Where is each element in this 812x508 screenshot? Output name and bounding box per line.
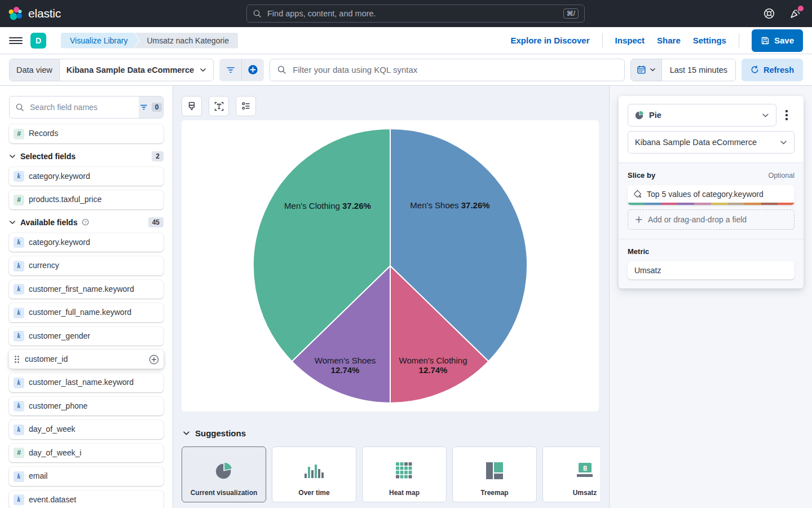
field-search-input[interactable] [29,102,133,112]
pie-slice-label: Women's Clothing [399,356,467,365]
search-icon [277,65,286,75]
pie-slice-label: Men's Shoes 37.26% [410,200,489,210]
keyword-field-icon: k [14,494,24,505]
field-records[interactable]: # Records [9,124,164,143]
space-avatar[interactable]: D [30,33,46,49]
question-icon: ? [82,218,89,226]
heatmap-icon [396,453,413,489]
field-filter-button[interactable]: 0 [139,97,163,118]
data-view-picker[interactable]: Data view Kibana Sample Data eCommerce [9,59,214,81]
field-count-badge: 2 [152,151,164,161]
filter-icon[interactable] [219,59,241,81]
filter-controls [219,59,264,81]
legend-icon[interactable] [236,96,256,116]
fields-sidebar: 0 # Records Selected fields2kcategory.ke… [0,86,173,508]
kql-query-input[interactable] [292,64,617,75]
visualization-panel: Men's Shoes 37.26%Women's Clothing12.74%… [182,120,599,411]
chevron-down-icon [183,430,190,437]
field-event.dataset[interactable]: kevent.dataset [9,491,164,508]
keyword-field-icon: k [14,471,24,482]
suggestion-over-time[interactable]: Over time [272,446,356,502]
save-button[interactable]: Save [752,29,803,52]
treemap-icon [486,453,503,489]
menu-icon[interactable] [9,34,23,47]
field-currency[interactable]: kcurrency [9,256,164,275]
news-icon[interactable] [787,6,803,21]
time-range-value[interactable]: Last 15 minutes [662,59,735,81]
refresh-button[interactable]: Refresh [742,59,803,81]
explore-in-discover-link[interactable]: Explore in Discover [510,36,589,45]
notification-badge [798,6,804,11]
drag-handle-icon[interactable] [15,356,19,363]
metric-dimension[interactable]: Umsatz [628,261,795,279]
global-search[interactable]: ⌘/ [246,5,585,23]
visual-options-icon[interactable] [182,96,202,116]
global-header: elastic ⌘/ [0,0,812,27]
breadcrumb-visualize-library[interactable]: Visualize Library [61,33,139,49]
pie-slice-label: Women's Shoes [315,356,376,365]
section-header-available-fields[interactable]: Available fields?45 [9,217,164,227]
suggestion-treemap[interactable]: Treemap [452,446,537,502]
field-customer_last_name.keyword[interactable]: kcustomer_last_name.keyword [9,373,164,392]
layer-config-panel: Pie Kibana Sample Data eCommerce [619,96,804,288]
suggestion-heat-map[interactable]: Heat map [362,446,447,502]
elastic-brand[interactable]: elastic [8,6,61,21]
calendar-icon[interactable] [631,59,662,81]
search-shortcut-badge: ⌘/ [563,8,579,19]
suggestion-umsatz[interactable]: 8Umsatz [542,446,600,502]
slice-by-dimension[interactable]: Top 5 values of category.keyword [628,185,795,205]
elastic-logo-icon [8,6,23,21]
pie-chart[interactable]: Men's Shoes 37.26%Women's Clothing12.74%… [182,120,599,411]
pie-slice-percent: 12.74% [331,365,360,375]
bars-icon [304,453,324,489]
metric-icon: 8 [576,453,594,489]
svg-text:8: 8 [583,464,587,472]
keyword-field-icon: k [14,171,24,182]
pie-chart-icon [635,111,644,120]
divider [602,33,603,48]
chevron-down-icon [762,112,769,119]
field-search: 0 [9,96,164,119]
field-category.keyword[interactable]: kcategory.keyword [9,167,164,186]
panel-data-view-select[interactable]: Kibana Sample Data eCommerce [628,131,795,154]
field-customer_id[interactable]: customer_id [9,350,164,369]
text-options-icon[interactable] [209,96,229,116]
palette-strip [628,203,795,205]
inspect-link[interactable]: Inspect [615,36,645,45]
field-customer_phone[interactable]: kcustomer_phone [9,397,164,416]
help-icon[interactable] [761,6,777,21]
lens-workspace: Men's Shoes 37.26%Women's Clothing12.74%… [173,86,609,508]
add-field-icon[interactable] [149,354,159,365]
metric-section: Metric Umsatz [619,239,804,288]
number-field-icon: # [14,195,24,205]
chart-type-select[interactable]: Pie [628,104,776,126]
settings-link[interactable]: Settings [693,36,726,45]
field-category.keyword[interactable]: kcategory.keyword [9,233,164,252]
suggestion-current-visualization[interactable]: Current visualization [182,446,266,502]
suggestions-header[interactable]: Suggestions [183,427,600,439]
chevron-down-icon [200,67,206,73]
number-field-icon: # [14,129,24,139]
global-search-input[interactable] [266,8,559,19]
layer-options-icon[interactable] [779,104,795,126]
chevron-down-icon [9,219,16,226]
field-products.taxful_price[interactable]: #products.taxful_price [9,190,164,209]
field-day_of_week_i[interactable]: #day_of_week_i [9,444,164,463]
brand-wordmark: elastic [28,7,61,20]
keyword-field-icon: k [14,237,24,248]
field-email[interactable]: kemail [9,467,164,486]
add-field-button[interactable]: Add or drag-and-drop a field [628,209,795,230]
pie-slice-label: Men's Clothing 37.26% [284,201,371,211]
pie-slice-percent: 12.74% [419,365,448,375]
add-filter-icon[interactable] [242,59,264,81]
field-day_of_week[interactable]: kday_of_week [9,420,164,439]
field-customer_first_name.keyword[interactable]: kcustomer_first_name.keyword [9,280,164,299]
share-link[interactable]: Share [657,36,681,45]
field-count-badge: 45 [148,217,164,227]
section-header-selected-fields[interactable]: Selected fields2 [9,151,164,161]
field-customer_full_name.keyword[interactable]: kcustomer_full_name.keyword [9,303,164,322]
filter-count-badge: 0 [152,103,162,112]
field-customer_gender[interactable]: kcustomer_gender [9,327,164,346]
data-view-value[interactable]: Kibana Sample Data eCommerce [60,59,213,81]
breadcrumb: Visualize Library Umsatz nach Kategorie [61,33,238,49]
